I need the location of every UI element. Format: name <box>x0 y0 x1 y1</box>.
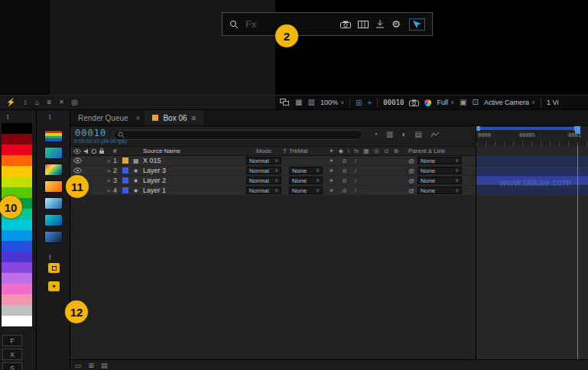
column-t[interactable]: T <box>281 148 289 154</box>
download-icon[interactable] <box>375 20 385 28</box>
pickwhip-icon[interactable]: @ <box>408 177 417 184</box>
tab-render-queue[interactable]: Render Queue <box>70 110 136 125</box>
gradient-green-blue-icon[interactable] <box>44 147 63 159</box>
layer-name[interactable]: Layer 3 <box>143 167 246 174</box>
column-source-name[interactable]: Source Name <box>143 148 246 154</box>
switch-column-icon[interactable]: ◎ <box>374 148 379 154</box>
switch-column-icon[interactable]: ⊕ <box>394 148 399 154</box>
camera-dropdown[interactable]: Active Camera∨ <box>484 99 535 106</box>
layer-switches[interactable]: ✦ ⊘ / <box>323 167 399 174</box>
gradient-deep-blue-icon[interactable] <box>44 231 63 243</box>
column-parent-link[interactable]: Parent & Link <box>408 148 462 154</box>
pickwhip-icon[interactable]: @ <box>408 187 417 194</box>
color-swatch[interactable] <box>2 273 32 284</box>
color-swatch[interactable] <box>2 284 32 294</box>
layer-row[interactable]: > 4 ★ Layer 1 Normal∨ None∨ ✦ ⊘ / @ None… <box>70 186 476 196</box>
timeline-track-area[interactable]: www.talkae.com <box>476 146 588 359</box>
presets-panel-tab[interactable]: t <box>49 113 51 121</box>
tab-box-06[interactable]: Box 06 ≡ <box>145 110 203 125</box>
crosshair-icon[interactable]: + <box>367 99 372 107</box>
column-trkmat[interactable]: TrkMat <box>289 148 323 154</box>
view-layout-dropdown[interactable]: 1 Vi <box>547 99 558 106</box>
column-mode[interactable]: Mode <box>246 148 281 154</box>
gradient-orange-icon[interactable] <box>44 180 63 193</box>
layer-name[interactable]: Layer 1 <box>143 187 246 194</box>
multi-monitor-icon[interactable] <box>280 99 290 106</box>
mode-dropdown[interactable]: Normal∨ <box>246 187 281 194</box>
palette-panel-tab[interactable]: t <box>7 113 9 121</box>
layer-row[interactable]: > 1 ▦ X 015 Normal∨ ✦ ⊘ / @ None∨ <box>70 156 476 166</box>
color-swatch[interactable] <box>2 241 32 252</box>
layer-name[interactable]: X 015 <box>143 157 246 164</box>
target-icon[interactable]: ◎ <box>71 99 78 106</box>
grid-icon[interactable]: ⊞ <box>356 99 362 107</box>
frame-blend-icon[interactable]: ▥ <box>386 131 393 138</box>
gradient-teal-icon[interactable] <box>44 214 63 226</box>
checker-icon[interactable]: ▦ <box>295 99 302 106</box>
close-icon[interactable]: × <box>59 99 63 106</box>
switch-column-icon[interactable]: \ <box>348 148 349 154</box>
label-color[interactable] <box>122 187 133 193</box>
label-color[interactable] <box>122 157 133 164</box>
current-frame[interactable]: 00010 <box>383 99 404 106</box>
trkmat-dropdown[interactable]: None∨ <box>289 167 323 174</box>
playhead-line[interactable] <box>577 146 578 359</box>
comp-marker-icon[interactable]: ▭ <box>75 362 82 369</box>
layer-switches[interactable]: ✦ ⊘ / <box>323 157 399 164</box>
timeline-search-field[interactable] <box>113 130 362 140</box>
color-swatch[interactable] <box>2 155 32 166</box>
camera-icon[interactable] <box>340 21 351 28</box>
motion-blur-icon[interactable]: ◐ <box>402 131 407 138</box>
layer-duration-bar[interactable] <box>476 166 588 175</box>
film-frames-icon[interactable] <box>358 21 369 28</box>
trkmat-dropdown[interactable]: None∨ <box>289 187 323 194</box>
palette-button-s[interactable]: S <box>2 362 22 370</box>
home-icon[interactable]: ⌂ <box>34 99 39 106</box>
zoom-dropdown[interactable]: 100%∨ <box>320 99 344 106</box>
current-timecode[interactable]: 00010 <box>75 128 106 138</box>
expand-arrow-icon[interactable]: > <box>104 167 113 174</box>
channels-icon[interactable]: ▥ <box>307 99 314 106</box>
add-swatch-button[interactable] <box>48 263 60 273</box>
expand-arrow-icon[interactable]: > <box>104 177 113 184</box>
palette-button-f[interactable]: F <box>2 335 22 346</box>
color-swatch[interactable] <box>2 177 32 187</box>
time-ruler[interactable]: 0000000050001 <box>476 126 588 146</box>
brainstorm-icon[interactable]: ▤ <box>415 131 422 138</box>
graph-editor-icon[interactable] <box>430 131 440 138</box>
grid-toggle-icon[interactable]: ⊞ <box>89 362 95 369</box>
color-swatch[interactable] <box>2 252 32 262</box>
switch-column-icon[interactable]: ✦ <box>329 148 334 154</box>
work-area-start-handle[interactable] <box>476 126 480 131</box>
mode-dropdown[interactable]: Normal∨ <box>246 167 281 174</box>
mode-dropdown[interactable]: Normal∨ <box>246 177 281 184</box>
mode-dropdown[interactable]: Normal∨ <box>246 157 281 164</box>
resolution-dropdown[interactable]: Full∨ <box>437 99 454 106</box>
flash-icon[interactable]: ⚡ <box>6 99 15 106</box>
color-swatch[interactable] <box>2 262 32 273</box>
layer-row[interactable]: > 3 ★ Layer 2 Normal∨ None∨ ✦ ⊘ / @ None… <box>70 176 476 186</box>
gear-icon[interactable]: ⚙ <box>391 19 401 29</box>
color-swatch[interactable] <box>2 294 32 305</box>
tab-close-icon[interactable]: × <box>136 110 145 125</box>
layer-switches[interactable]: ✦ ⊘ / <box>323 177 399 184</box>
switch-column-icon[interactable]: ◆ <box>339 148 343 154</box>
column-number[interactable]: # <box>113 148 122 154</box>
palette-button-x[interactable]: X <box>2 349 22 360</box>
snapshot-camera-icon[interactable] <box>409 99 419 106</box>
color-swatch[interactable] <box>2 144 32 155</box>
label-color[interactable] <box>122 167 133 174</box>
layer-row[interactable]: > 2 ★ Layer 3 Normal∨ None∨ ✦ ⊘ / @ None… <box>70 166 476 176</box>
layer-duration-bar[interactable] <box>476 156 588 165</box>
color-swatch[interactable] <box>2 316 32 326</box>
parent-dropdown[interactable]: None∨ <box>417 187 462 194</box>
trkmat-dropdown[interactable]: None∨ <box>289 177 323 184</box>
layer-name[interactable]: Layer 2 <box>143 177 246 184</box>
switch-column-icon[interactable]: ▦ <box>363 148 369 154</box>
transparency-grid-icon[interactable]: ⊡ <box>472 99 478 106</box>
expand-arrow-icon[interactable]: > <box>104 187 113 194</box>
color-swatch[interactable] <box>2 123 32 134</box>
region-of-interest-icon[interactable]: ▣ <box>460 99 466 106</box>
pickwhip-icon[interactable]: @ <box>408 167 417 174</box>
color-grid-icon[interactable] <box>44 130 63 142</box>
